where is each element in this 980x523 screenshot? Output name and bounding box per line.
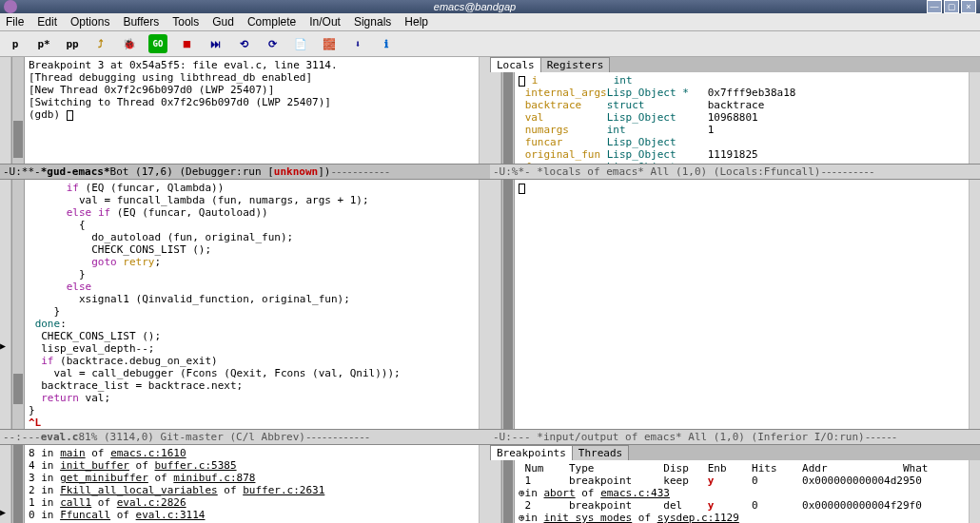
modeline-io[interactable]: -U:--- *input/output of emacs* All (1,0)… <box>490 429 980 445</box>
io-buffer[interactable] <box>515 180 969 429</box>
locals-tabbar: Locals Registers <box>490 57 980 72</box>
menu-options[interactable]: Options <box>70 15 109 29</box>
fringe <box>490 460 501 523</box>
menu-edit[interactable]: Edit <box>37 15 57 29</box>
modeline-gud[interactable]: -U:**- *gud-emacs* Bot (17,6) (Debugger:… <box>0 164 490 180</box>
fringe <box>0 57 11 164</box>
tab-threads[interactable]: Threads <box>572 445 629 460</box>
scrollbar[interactable] <box>11 445 25 523</box>
fringe <box>969 72 980 164</box>
menu-file[interactable]: File <box>6 15 24 29</box>
menu-tools[interactable]: Tools <box>172 15 199 29</box>
gud-buffer[interactable]: Breakpoint 3 at 0x54a5f5: file eval.c, l… <box>25 57 479 164</box>
tool-btn-9[interactable]: ⟳ <box>263 34 282 53</box>
current-frame-marker: ▶ <box>0 507 6 517</box>
modeline-locals[interactable]: -U:%*- *locals of emacs* All (1,0) (Loca… <box>490 164 980 180</box>
scrollbar[interactable] <box>501 72 515 164</box>
stack-buffer[interactable]: 8 in main of emacs.c:1610 4 in init_buff… <box>25 445 479 523</box>
fringe: ▶ <box>0 180 11 429</box>
tool-btn-8[interactable]: ⟲ <box>234 34 253 53</box>
tool-btn-5[interactable]: GO <box>148 34 167 53</box>
menu-buffers[interactable]: Buffers <box>123 15 159 29</box>
buffer-name: *gud-emacs* <box>41 165 110 178</box>
menu-help[interactable]: Help <box>404 15 428 29</box>
fringe <box>969 180 980 429</box>
tool-btn-4[interactable]: 🐞 <box>120 34 139 53</box>
tool-btn-11[interactable]: 🧱 <box>320 34 339 53</box>
tool-btn-6[interactable]: ⏹ <box>177 34 196 53</box>
current-line-marker: ▶ <box>0 340 6 351</box>
tool-btn-10[interactable]: 📄 <box>291 34 310 53</box>
tab-registers[interactable]: Registers <box>540 57 611 72</box>
fringe <box>479 445 490 523</box>
menu-gud[interactable]: Gud <box>212 15 234 29</box>
scrollbar[interactable] <box>11 180 25 429</box>
tool-btn-13[interactable]: ℹ <box>377 34 396 53</box>
fringe <box>479 57 490 164</box>
tool-btn-12[interactable]: ⬇ <box>348 34 367 53</box>
modeline-source[interactable]: --:--- eval.c 81% (3114,0) Git-master (C… <box>0 429 490 445</box>
fringe <box>969 460 980 523</box>
fringe <box>490 180 501 429</box>
scrollbar[interactable] <box>501 180 515 429</box>
fringe <box>490 72 501 164</box>
toolbar: pp*pp⤴🐞GO⏹⏭⟲⟳📄🧱⬇ℹ <box>0 31 980 57</box>
tool-btn-1[interactable]: p* <box>34 34 53 53</box>
minimize-button[interactable]: — <box>927 0 942 13</box>
window-title: emacs@bandgap <box>23 1 927 12</box>
fringe <box>479 180 490 429</box>
menu-signals[interactable]: Signals <box>354 15 391 29</box>
source-buffer[interactable]: if (EQ (funcar, Qlambda)) val = funcall_… <box>25 180 479 429</box>
bp-tabbar: Breakpoints Threads <box>490 445 980 460</box>
menu-complete[interactable]: Complete <box>247 15 296 29</box>
buffer-name: eval.c <box>41 431 79 443</box>
scrollbar[interactable] <box>11 57 25 164</box>
scrollbar[interactable] <box>501 460 515 523</box>
tool-btn-2[interactable]: pp <box>63 34 82 53</box>
tool-btn-0[interactable]: p <box>6 34 25 53</box>
titlebar: emacs@bandgap — ▢ × <box>0 0 980 13</box>
close-button[interactable]: × <box>961 0 976 13</box>
menubar: FileEditOptionsBuffersToolsGudCompleteIn… <box>0 13 980 31</box>
maximize-button[interactable]: ▢ <box>944 0 959 13</box>
tab-locals[interactable]: Locals <box>490 57 541 72</box>
locals-buffer[interactable]: i int internal_argsLisp_Object * 0x7fff9… <box>515 72 969 164</box>
fringe: ▶ <box>0 445 11 523</box>
menu-in/out[interactable]: In/Out <box>309 15 341 29</box>
app-icon <box>4 0 17 13</box>
tab-breakpoints[interactable]: Breakpoints <box>490 445 573 460</box>
tool-btn-7[interactable]: ⏭ <box>206 34 225 53</box>
tool-btn-3[interactable]: ⤴ <box>91 34 110 53</box>
breakpoints-buffer[interactable]: Num Type Disp Enb Hits Addr What 1 break… <box>515 460 969 523</box>
